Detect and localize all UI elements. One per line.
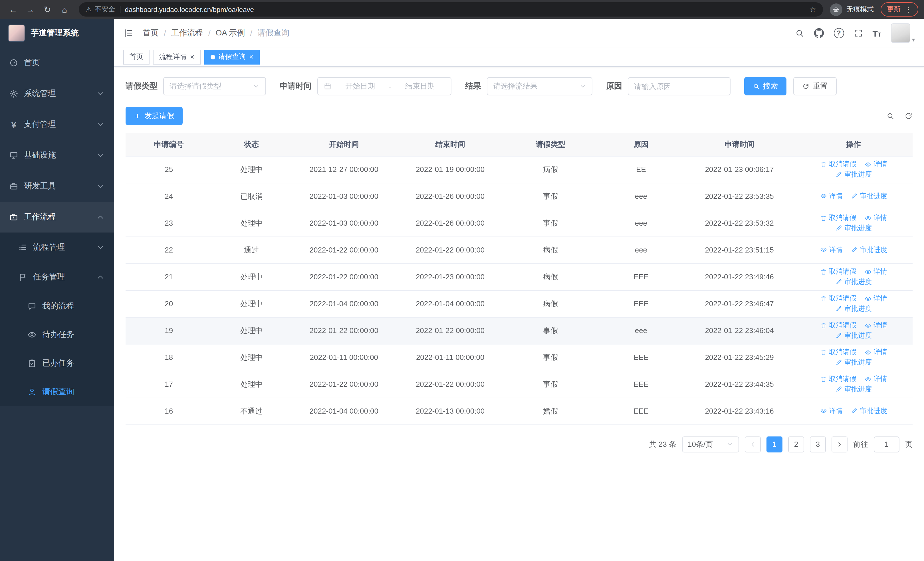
result-select[interactable]: 请选择流结果 (487, 77, 592, 95)
goto-page-input[interactable] (874, 436, 900, 452)
cell-apply-time: 2022-01-22 23:43:16 (684, 398, 795, 424)
action-progress-link[interactable]: 审批进度 (835, 357, 872, 367)
user-avatar-menu[interactable]: ▾ (891, 23, 915, 43)
action-progress-link[interactable]: 审批进度 (835, 384, 872, 394)
sidebar-item-system[interactable]: 系统管理 (0, 78, 114, 109)
action-cancel-link[interactable]: 取消请假 (820, 374, 856, 384)
browser-home-button[interactable]: ⌂ (57, 2, 72, 17)
browser-chrome: ← → ↻ ⌂ ⚠ 不安全 dashboard.yudao.iocoder.cn… (0, 0, 924, 19)
help-button[interactable]: ? (834, 28, 844, 38)
sidebar-item-done-tasks[interactable]: 已办任务 (0, 349, 114, 378)
page-button-1[interactable]: 1 (766, 436, 783, 452)
action-detail-link[interactable]: 详情 (864, 320, 887, 330)
browser-forward-button[interactable]: → (23, 2, 38, 17)
action-detail-link[interactable]: 详情 (864, 159, 887, 169)
close-icon[interactable]: × (190, 53, 194, 60)
action-detail-link[interactable]: 详情 (864, 374, 887, 384)
action-detail-link[interactable]: 详情 (820, 245, 843, 255)
sidebar-item-task-mgmt[interactable]: 任务管理 (0, 262, 114, 292)
action-progress-link[interactable]: 审批进度 (835, 304, 872, 313)
sidebar-item-devtools[interactable]: 研发工具 (0, 171, 114, 202)
sidebar-item-home[interactable]: 首页 (0, 47, 114, 78)
tab-label: 首页 (129, 52, 143, 62)
tab-leave-query[interactable]: 请假查询 × (204, 50, 260, 64)
update-button[interactable]: 更新 ⋮ (880, 2, 918, 17)
reason-input[interactable] (628, 77, 730, 95)
briefcase-icon (9, 212, 18, 222)
action-detail-link[interactable]: 详情 (864, 294, 887, 303)
apply-time-range-picker[interactable]: 开始日期 - 结束日期 (317, 77, 452, 95)
page-button-2[interactable]: 2 (788, 436, 804, 452)
reset-button[interactable]: 重置 (793, 77, 837, 95)
browser-menu-icon[interactable]: ⋮ (904, 5, 912, 14)
cell-start-time: 2022-01-22 00:00:00 (291, 371, 397, 398)
search-button[interactable]: 搜索 (744, 77, 786, 95)
table-row: 21 处理中 2022-01-22 00:00:00 2022-01-23 00… (126, 263, 913, 290)
action-cancel-link[interactable]: 取消请假 (820, 320, 856, 330)
next-page-button[interactable] (831, 436, 848, 452)
sidebar-item-todo-tasks[interactable]: 待办任务 (0, 320, 114, 349)
cell-status: 处理中 (212, 371, 291, 398)
end-date-input[interactable]: 结束日期 (394, 81, 445, 92)
sidebar-collapse-button[interactable] (123, 28, 134, 38)
start-date-input[interactable]: 开始日期 (335, 81, 386, 92)
address-bar[interactable]: ⚠ 不安全 dashboard.yudao.iocoder.cn/bpm/oa/… (79, 2, 823, 17)
sidebar-item-process-mgmt[interactable]: 流程管理 (0, 233, 114, 262)
browser-back-button[interactable]: ← (6, 2, 21, 17)
trash-icon (820, 349, 827, 356)
action-progress-link[interactable]: 审批进度 (835, 223, 872, 233)
list-icon (18, 243, 27, 252)
github-button[interactable] (814, 28, 824, 38)
sidebar-item-infra[interactable]: 基础设施 (0, 140, 114, 171)
action-detail-link[interactable]: 详情 (864, 213, 887, 223)
sidebar-item-workflow[interactable]: 工作流程 (0, 202, 114, 233)
action-progress-link[interactable]: 审批进度 (835, 331, 872, 340)
action-detail-link[interactable]: 详情 (820, 406, 843, 416)
cell-reason: eee (598, 236, 684, 263)
cell-reason: eee (598, 317, 684, 344)
app-logo[interactable]: 芋道管理系统 (0, 19, 114, 47)
action-detail-link[interactable]: 详情 (864, 347, 887, 357)
page-button-3[interactable]: 3 (810, 436, 826, 452)
breadcrumb-item-oa[interactable]: OA 示例 (216, 28, 245, 38)
sidebar-item-leave-query[interactable]: 请假查询 (0, 378, 114, 406)
action-progress-link[interactable]: 审批进度 (850, 245, 887, 255)
close-icon[interactable]: × (249, 53, 254, 60)
edit-icon (850, 247, 858, 253)
action-progress-link[interactable]: 审批进度 (850, 406, 887, 416)
action-cancel-link[interactable]: 取消请假 (820, 159, 856, 169)
action-cancel-link[interactable]: 取消请假 (820, 213, 856, 223)
action-cancel-link[interactable]: 取消请假 (820, 294, 856, 303)
breadcrumb-item-home[interactable]: 首页 (142, 28, 159, 38)
fullscreen-button[interactable] (854, 29, 862, 38)
sidebar-item-payment[interactable]: ¥ 支付管理 (0, 109, 114, 140)
breadcrumb-item-workflow[interactable]: 工作流程 (171, 28, 203, 38)
refresh-table-button[interactable] (904, 112, 913, 120)
cell-leave-type: 事假 (503, 183, 598, 210)
action-detail-link[interactable]: 详情 (820, 191, 843, 201)
sidebar-item-my-processes[interactable]: 我的流程 (0, 292, 114, 320)
toggle-search-button[interactable] (886, 112, 894, 120)
page-size-select[interactable]: 10条/页 (682, 436, 739, 452)
cell-apply-time: 2022-01-22 23:53:32 (684, 210, 795, 236)
action-cancel-link[interactable]: 取消请假 (820, 347, 856, 357)
font-size-button[interactable]: TT (872, 28, 881, 38)
action-cancel-link[interactable]: 取消请假 (820, 267, 856, 277)
bookmark-star-icon[interactable]: ☆ (810, 5, 816, 14)
fullscreen-icon (854, 29, 862, 38)
create-leave-button[interactable]: 发起请假 (126, 107, 183, 125)
browser-reload-button[interactable]: ↻ (40, 2, 55, 17)
leave-type-select[interactable]: 请选择请假类型 (163, 77, 266, 95)
action-progress-link[interactable]: 审批进度 (835, 169, 872, 179)
tab-process-detail[interactable]: 流程详情 × (153, 50, 201, 64)
action-progress-link[interactable]: 审批进度 (835, 277, 872, 286)
security-warning[interactable]: ⚠ 不安全 (86, 5, 115, 14)
action-progress-link[interactable]: 审批进度 (850, 191, 887, 201)
action-detail-link[interactable]: 详情 (864, 267, 887, 277)
actions-cell: 详情审批进度 (795, 236, 913, 263)
tab-home[interactable]: 首页 (123, 50, 150, 64)
prev-page-button[interactable] (745, 436, 761, 452)
eye-icon (864, 161, 871, 168)
cell-status: 处理中 (212, 344, 291, 371)
header-search-button[interactable] (795, 29, 804, 38)
